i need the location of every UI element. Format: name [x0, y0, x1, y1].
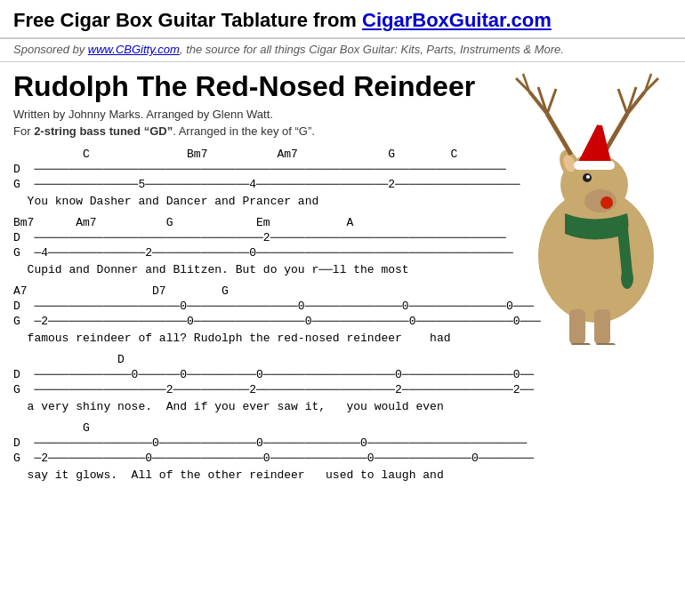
header: Free Cigar Box Guitar Tablature from Cig… — [0, 0, 685, 39]
sponsor-bar: Sponsored by www.CBGitty.com, the source… — [0, 39, 685, 62]
lyrics-row: say it glows. All of the other reindeer … — [13, 468, 672, 482]
g-string-line: G ─2────────────────────0───────────────… — [13, 315, 672, 330]
chord-row: D — [13, 352, 672, 368]
g-string-line: G ───────────────5───────────────4──────… — [13, 178, 672, 193]
song-title: Rudolph The Red-Nosed Reindeer — [13, 71, 672, 102]
header-title-link[interactable]: CigarBoxGuitar.com — [362, 9, 552, 31]
sponsor-text-before: Sponsored by — [13, 43, 88, 56]
chord-row: A7 D7 G — [13, 284, 672, 300]
d-string-line: D ──────────────────────────────────────… — [13, 163, 672, 178]
tab-section-2: A7 D7 GD ─────────────────────0─────────… — [13, 284, 672, 345]
sponsor-text-after: , the source for all things Cigar Box Gu… — [180, 43, 564, 56]
chord-row: C Bm7 Am7 G C — [13, 147, 672, 163]
chord-row: G — [13, 420, 672, 436]
tab-section-1: Bm7 Am7 G Em AD ────────────────────────… — [13, 215, 672, 276]
tab-section-3: DD ──────────────0──────0──────────0────… — [13, 352, 672, 413]
tablature-content: C Bm7 Am7 G CD ─────────────────────────… — [13, 147, 672, 482]
song-tuning: For 2-string bass tuned “GD”. Arranged i… — [13, 124, 672, 138]
d-string-line: D ─────────────────0──────────────0─────… — [13, 436, 672, 452]
g-string-line: G ─2──────────────0────────────────0────… — [13, 452, 672, 467]
g-string-line: G ───────────────────2───────────2──────… — [13, 383, 672, 398]
g-string-line: G ─4──────────────2──────────────0──────… — [13, 246, 672, 261]
chord-row: Bm7 Am7 G Em A — [13, 215, 672, 231]
main-content: Rudolph The Red-Nosed Reindeer Written b… — [0, 62, 685, 498]
lyrics-row: You know Dasher and Dancer and Prancer a… — [13, 195, 672, 208]
lyrics-row: famous reindeer of all? Rudolph the red-… — [13, 332, 672, 345]
lyrics-row: Cupid and Donner and Blitzen. But do you… — [13, 263, 672, 276]
lyrics-row: a very shiny nose. And if you ever saw i… — [13, 400, 672, 413]
tab-section-4: GD ─────────────────0──────────────0────… — [13, 420, 672, 482]
d-string-line: D ─────────────────────0────────────────… — [13, 300, 672, 315]
sponsor-link[interactable]: www.CBGitty.com — [88, 43, 180, 56]
song-credits: Written by Johnny Marks. Arranged by Gle… — [13, 108, 672, 121]
d-string-line: D ──────────────0──────0──────────0─────… — [13, 368, 672, 383]
header-title-plain: Free Cigar Box Guitar Tablature from — [13, 9, 362, 31]
d-string-line: D ─────────────────────────────────2────… — [13, 231, 672, 246]
tab-section-0: C Bm7 Am7 G CD ─────────────────────────… — [13, 147, 672, 208]
